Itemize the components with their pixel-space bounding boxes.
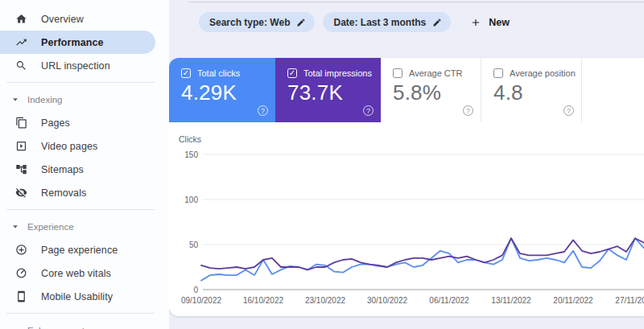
x-tick-label: 09/10/2022: [181, 296, 221, 305]
chevron-down-icon: [11, 93, 19, 107]
sidebar-label: URL inspection: [41, 60, 110, 72]
metric-value: 4.8: [493, 80, 581, 105]
sidebar-label: Performance: [41, 37, 104, 48]
metric-value: 5.8%: [393, 80, 481, 105]
sidebar-item-removals[interactable]: Removals: [0, 181, 155, 204]
sidebar-label: Pages: [41, 117, 70, 129]
metric-card-total-impressions[interactable]: ✓Total impressions73.7K?: [275, 58, 381, 122]
help-icon[interactable]: ?: [564, 105, 574, 116]
sidebar-label: Removals: [41, 187, 86, 199]
sidebar-label: Core web vitals: [41, 268, 111, 279]
edit-icon: [296, 18, 306, 27]
metric-card-average-position[interactable]: Average position4.8?: [481, 58, 582, 122]
checkbox-unchecked-icon[interactable]: [393, 68, 402, 78]
sidebar-item-video-pages[interactable]: Video pages: [0, 134, 155, 158]
sitemaps-icon: [14, 163, 27, 176]
x-tick-label: 23/10/2022: [305, 296, 345, 305]
y-tick-label: 0: [193, 286, 198, 294]
chip-label: Date: Last 3 months: [333, 17, 426, 28]
removals-icon: [14, 187, 27, 199]
sidebar-label: Page experience: [41, 245, 118, 256]
chevron-down-icon: [11, 323, 19, 329]
sidebar-label: Mobile Usability: [41, 291, 113, 302]
chip-label: Search type: Web: [209, 17, 290, 28]
pages-icon: [14, 117, 27, 130]
sidebar-label: Sitemaps: [41, 164, 84, 175]
main-content: Search type: WebDate: Last 3 months New …: [169, 0, 644, 329]
sidebar-section-enhancements[interactable]: Enhancements: [0, 319, 169, 329]
x-tick-label: 30/10/2022: [367, 296, 407, 305]
y-axis-label: Clicks: [179, 134, 201, 144]
checkbox-unchecked-icon[interactable]: [493, 68, 503, 78]
core-web-vitals-icon: [14, 267, 27, 280]
sidebar-item-url-inspection[interactable]: URL inspection: [0, 54, 155, 77]
sidebar-label: Enhancements: [27, 326, 89, 329]
metric-label: Average position: [510, 68, 576, 78]
y-tick-label: 50: [189, 241, 199, 249]
x-tick-label: 27/11/2022: [615, 296, 644, 305]
sidebar-item-overview[interactable]: Overview: [0, 7, 155, 31]
sidebar-item-page-experience[interactable]: Page experience: [0, 238, 155, 261]
sidebar-divider: [6, 82, 155, 83]
sidebar-label: Video pages: [41, 141, 97, 152]
page-experience-icon: [14, 244, 27, 257]
video-pages-icon: [14, 140, 27, 153]
help-icon[interactable]: ?: [363, 105, 374, 116]
sidebar-divider: [6, 313, 155, 314]
top-divider: [188, 2, 644, 2]
help-icon[interactable]: ?: [258, 105, 268, 116]
home-icon: [14, 13, 27, 26]
sidebar-label: Overview: [41, 14, 84, 25]
sidebar-item-mobile-usability[interactable]: Mobile Usability: [0, 285, 155, 308]
metric-label: Total impressions: [303, 68, 372, 78]
sidebar-item-sitemaps[interactable]: Sitemaps: [0, 158, 155, 181]
x-tick-label: 13/11/2022: [491, 296, 531, 305]
y-tick-label: 100: [184, 195, 198, 204]
x-tick-label: 16/10/2022: [243, 296, 283, 305]
metric-value: 73.7K: [287, 80, 381, 105]
sidebar-section-indexing[interactable]: Indexing: [0, 88, 169, 111]
sidebar-item-core-web-vitals[interactable]: Core web vitals: [0, 261, 155, 285]
new-filter-button[interactable]: New: [470, 17, 510, 28]
sidebar-item-performance[interactable]: Performance: [0, 31, 155, 54]
y-tick-label: 150: [184, 150, 198, 159]
checkbox-checked-icon[interactable]: ✓: [181, 68, 191, 78]
performance-icon: [14, 36, 27, 49]
help-icon[interactable]: ?: [463, 105, 473, 116]
filter-chip-date[interactable]: Date: Last 3 months: [323, 12, 451, 32]
sidebar-label: Indexing: [27, 95, 62, 105]
sidebar-section-experience[interactable]: Experience: [0, 215, 169, 238]
search-icon: [14, 60, 27, 72]
new-filter-label: New: [489, 17, 510, 28]
checkbox-checked-icon[interactable]: ✓: [287, 68, 297, 78]
metric-card-total-clicks[interactable]: ✓Total clicks4.29K?: [169, 58, 275, 122]
filter-chip-search-type[interactable]: Search type: Web: [199, 12, 315, 32]
metric-label: Total clicks: [197, 68, 240, 78]
mobile-usability-icon: [14, 290, 27, 303]
metric-value: 4.29K: [181, 80, 275, 105]
plus-icon: [470, 17, 481, 28]
performance-chart[interactable]: Clicks05010015009/10/202216/10/202223/10…: [169, 134, 644, 316]
edit-icon: [432, 18, 442, 27]
x-tick-label: 06/11/2022: [429, 296, 469, 305]
metrics-row: ✓Total clicks4.29K?✓Total impressions73.…: [169, 58, 644, 122]
filter-toolbar: Search type: WebDate: Last 3 months New: [199, 12, 510, 32]
sidebar-item-pages[interactable]: Pages: [0, 111, 155, 134]
metric-card-average-ctr[interactable]: Average CTR5.8%?: [381, 58, 481, 122]
sidebar-divider: [6, 209, 155, 210]
metric-label: Average CTR: [409, 68, 462, 78]
sidebar: OverviewPerformanceURL inspectionIndexin…: [0, 0, 169, 329]
x-tick-label: 20/11/2022: [553, 296, 593, 305]
sidebar-label: Experience: [27, 222, 74, 232]
performance-panel: ✓Total clicks4.29K?✓Total impressions73.…: [169, 58, 644, 316]
chevron-down-icon: [11, 220, 19, 234]
